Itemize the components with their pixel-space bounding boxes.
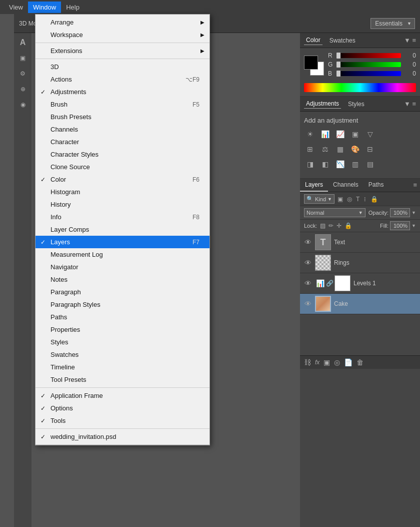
layer-row-levels[interactable]: 👁 📊 🔗 Levels 1 [300, 273, 420, 294]
menu-item-workspace[interactable]: Workspace [36, 29, 210, 41]
layer-row-cake[interactable]: 👁 Cake [300, 294, 420, 314]
channel-mixer-icon[interactable]: ⊟ [364, 143, 376, 155]
menu-item-extensions[interactable]: Extensions [36, 45, 210, 57]
link-icon[interactable]: ⛓ [304, 358, 311, 366]
foreground-swatch[interactable] [304, 56, 318, 70]
exposure-icon[interactable]: ▣ [349, 128, 361, 140]
eye-icon-rings[interactable]: 👁 [304, 259, 312, 267]
red-slider[interactable] [336, 53, 401, 58]
layer-row-text[interactable]: 👁 T Text [300, 232, 420, 253]
panel-icon-4[interactable]: ⊕ [16, 82, 30, 96]
lock-position-icon[interactable]: ✛ [336, 222, 342, 229]
new-group-icon[interactable]: ▣ [324, 358, 330, 366]
menu-item-tool-presets[interactable]: Tool Presets [36, 373, 210, 386]
layer-row-rings[interactable]: 👁 Rings [300, 253, 420, 273]
menu-item-brush[interactable]: Brush F5 [36, 98, 210, 111]
blue-slider[interactable] [336, 71, 401, 76]
selective-color-icon[interactable]: ▤ [364, 158, 376, 170]
menu-item-properties[interactable]: Properties [36, 323, 210, 336]
menu-item-paths[interactable]: Paths [36, 311, 210, 323]
menu-item-info[interactable]: Info F8 [36, 211, 210, 223]
menu-item-histogram[interactable]: Histogram [36, 186, 210, 198]
menu-item-paragraph-styles[interactable]: Paragraph Styles [36, 298, 210, 311]
layer-filter-icon-5[interactable]: 🔒 [370, 195, 379, 204]
delete-layer-icon[interactable]: 🗑 [356, 358, 364, 366]
tab-adjustments[interactable]: Adjustments [304, 99, 341, 109]
menu-item-channels[interactable]: Channels [36, 123, 210, 136]
panel-icon-5[interactable]: ◉ [16, 98, 30, 112]
threshold-icon[interactable]: 📉 [334, 158, 346, 170]
layer-filter-icon-2[interactable]: ◎ [346, 195, 353, 204]
green-slider[interactable] [336, 62, 401, 67]
lock-transparent-icon[interactable]: ▨ [320, 222, 326, 229]
menu-item-application-frame[interactable]: Application Frame [36, 389, 210, 402]
lock-pixels-icon[interactable]: ✏ [328, 222, 334, 229]
new-layer-icon[interactable]: 📄 [344, 358, 352, 366]
tab-channels[interactable]: Channels [328, 179, 364, 192]
fill-arrow[interactable]: ▼ [412, 223, 416, 228]
menu-window[interactable]: Window [28, 2, 61, 13]
layer-filter-icon-4[interactable]: ⫶ [362, 195, 368, 204]
tab-styles[interactable]: Styles [346, 100, 366, 109]
gradient-map-icon[interactable]: ▥ [349, 158, 361, 170]
menu-item-layers[interactable]: Layers F7 [36, 236, 210, 248]
photo-filter-icon[interactable]: 🎨 [349, 143, 361, 155]
menu-item-swatches[interactable]: Swatches [36, 348, 210, 361]
levels-icon[interactable]: 📊 [319, 128, 331, 140]
menu-item-wedding[interactable]: wedding_invitation.psd [36, 430, 210, 443]
lock-all-icon[interactable]: 🔒 [344, 222, 352, 229]
tab-color[interactable]: Color [304, 36, 322, 45]
menu-item-measurement-log[interactable]: Measurement Log [36, 248, 210, 261]
menu-item-color[interactable]: Color F6 [36, 173, 210, 186]
kind-dropdown[interactable]: 🔍 Kind ▼ [304, 194, 334, 204]
menu-item-notes[interactable]: Notes [36, 273, 210, 286]
g-value[interactable]: 0 [404, 61, 416, 68]
eye-icon-levels[interactable]: 👁 [304, 279, 312, 287]
menu-item-options[interactable]: Options [36, 402, 210, 414]
menu-item-history[interactable]: History [36, 198, 210, 211]
menu-item-adjustments[interactable]: Adjustments [36, 86, 210, 98]
tab-layers[interactable]: Layers [300, 179, 328, 192]
new-adjustment-icon[interactable]: ◎ [334, 358, 340, 366]
fx-icon[interactable]: fx [315, 359, 320, 366]
menu-item-actions[interactable]: Actions ⌥F9 [36, 73, 210, 86]
curves-icon[interactable]: 📈 [334, 128, 346, 140]
fill-value[interactable]: 100% [390, 221, 410, 230]
color-panel-collapse[interactable]: ▼ ≡ [404, 37, 416, 44]
menu-item-tools[interactable]: Tools [36, 414, 210, 427]
invert-icon[interactable]: ◨ [304, 158, 316, 170]
tab-swatches[interactable]: Swatches [328, 36, 358, 45]
r-value[interactable]: 0 [404, 52, 416, 59]
tab-paths[interactable]: Paths [364, 179, 389, 192]
menu-item-timeline[interactable]: Timeline [36, 361, 210, 373]
b-value[interactable]: 0 [404, 70, 416, 77]
essentials-dropdown[interactable]: Essentials ▼ [370, 18, 415, 29]
eye-icon-cake[interactable]: 👁 [304, 300, 312, 308]
menu-item-3d[interactable]: 3D [36, 61, 210, 73]
menu-item-styles[interactable]: Styles [36, 336, 210, 348]
menu-item-clone-source[interactable]: Clone Source [36, 161, 210, 173]
opacity-value[interactable]: 100% [390, 208, 410, 217]
text-tool-icon[interactable]: A [16, 36, 30, 50]
layer-filter-icon-1[interactable]: ▣ [336, 195, 344, 204]
panel-icon-3[interactable]: ⚙ [16, 67, 30, 81]
menu-item-layer-comps[interactable]: Layer Comps [36, 223, 210, 236]
menu-help[interactable]: Help [61, 2, 84, 13]
menu-view[interactable]: View [4, 2, 28, 13]
menu-item-character[interactable]: Character [36, 136, 210, 148]
vibrance-icon[interactable]: ▽ [364, 128, 376, 140]
menu-item-paragraph[interactable]: Paragraph [36, 286, 210, 298]
adj-panel-collapse[interactable]: ▼ ≡ [404, 100, 416, 108]
color-spectrum[interactable] [304, 83, 416, 92]
brightness-icon[interactable]: ☀ [304, 128, 316, 140]
panel-icon-2[interactable]: ▣ [16, 51, 30, 65]
hue-sat-icon[interactable]: ⊞ [304, 143, 316, 155]
layers-panel-menu[interactable]: ≡ [410, 179, 420, 192]
bw-icon[interactable]: ▦ [334, 143, 346, 155]
menu-item-character-styles[interactable]: Character Styles [36, 148, 210, 161]
posterize-icon[interactable]: ◧ [319, 158, 331, 170]
menu-item-navigator[interactable]: Navigator [36, 261, 210, 273]
blend-mode-dropdown[interactable]: Normal ▼ [304, 208, 366, 217]
opacity-arrow[interactable]: ▼ [412, 210, 416, 215]
eye-icon-text[interactable]: 👁 [304, 238, 312, 246]
